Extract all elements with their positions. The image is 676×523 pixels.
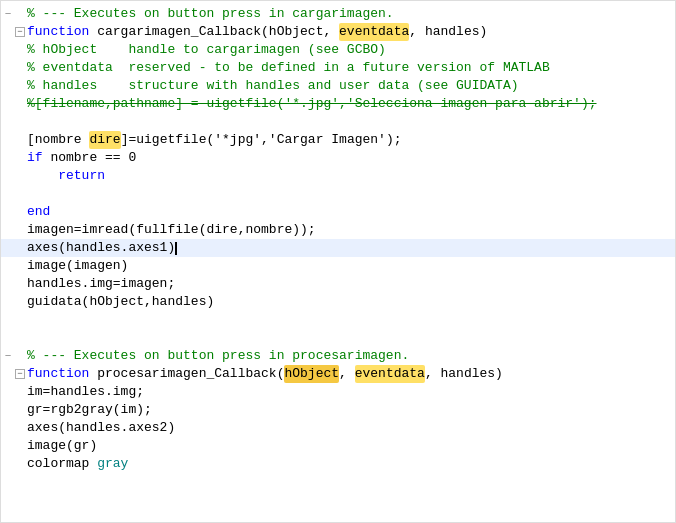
minus-icon-2: −: [5, 347, 12, 365]
line-14-text: axes(handles.axes1): [27, 239, 175, 257]
gutter-1: −: [1, 5, 15, 23]
line-8-post: ]=uigetfile('*jpg','Cargar Imagen');: [121, 131, 402, 149]
dire-hl: dire: [89, 131, 120, 149]
line-9: if nombre == 0: [1, 149, 675, 167]
keyword-end-1: end: [27, 203, 50, 221]
gutter-20: −: [1, 347, 15, 365]
line-17-text: guidata(hObject,handles): [27, 293, 214, 311]
text-cursor: [175, 242, 177, 255]
line-8: [nombre dire]=uigetfile('*jpg','Cargar I…: [1, 131, 675, 149]
line-13: imagen=imread(fullfile(dire,nombre));: [1, 221, 675, 239]
line-19: [1, 329, 675, 347]
line-18: [1, 311, 675, 329]
line-6-text: %[filename,pathname] = uigetfile('*.jpg'…: [27, 95, 597, 113]
line-5-text: % handles structure with handles and use…: [27, 77, 518, 95]
line-21-rest: , handles): [425, 365, 503, 383]
line-4-text: % eventdata reserved - to be defined in …: [27, 59, 550, 77]
line-16: handles.img=imagen;: [1, 275, 675, 293]
line-21: − function procesarimagen_Callback(hObje…: [1, 365, 675, 383]
line-12: end: [1, 203, 675, 221]
line-22: im=handles.img;: [1, 383, 675, 401]
line-15: image(imagen): [1, 257, 675, 275]
collapse-btn-2[interactable]: −: [15, 27, 25, 37]
keyword-if: if: [27, 149, 43, 167]
keyword-return: return: [58, 167, 105, 185]
code-area: − % --- Executes on button press in carg…: [1, 1, 675, 477]
line-4: % eventdata reserved - to be defined in …: [1, 59, 675, 77]
line-3: % hObject handle to cargarimagen (see GC…: [1, 41, 675, 59]
line-10: return: [1, 167, 675, 185]
line-25-text: image(gr): [27, 437, 97, 455]
line-6: %[filename,pathname] = uigetfile('*.jpg'…: [1, 95, 675, 113]
line-20: − % --- Executes on button press in proc…: [1, 347, 675, 365]
line-14: axes(handles.axes1): [1, 239, 675, 257]
line-17: guidata(hObject,handles): [1, 293, 675, 311]
line-13-text: imagen=imread(fullfile(dire,nombre));: [27, 221, 316, 239]
line-21-comma: ,: [339, 365, 355, 383]
keyword-function-2: function: [27, 365, 97, 383]
line-16-text: handles.img=imagen;: [27, 275, 175, 293]
line-8-pre: [nombre: [27, 131, 89, 149]
line-15-text: image(imagen): [27, 257, 128, 275]
line-25: image(gr): [1, 437, 675, 455]
line-26: colormap gray: [1, 455, 675, 473]
line-7: [1, 113, 675, 131]
line-21-name: procesarimagen_Callback(: [97, 365, 284, 383]
line-23-text: gr=rgb2gray(im);: [27, 401, 152, 419]
line-20-text: % --- Executes on button press in proces…: [27, 347, 409, 365]
line-11: [1, 185, 675, 203]
hobject-hl: hObject: [284, 365, 339, 383]
collapse-btn-21[interactable]: −: [15, 369, 25, 379]
keyword-function-1: function: [27, 23, 97, 41]
line-3-text: % hObject handle to cargarimagen (see GC…: [27, 41, 386, 59]
line-22-text: im=handles.img;: [27, 383, 144, 401]
code-editor[interactable]: − % --- Executes on button press in carg…: [0, 0, 676, 523]
minus-icon: −: [5, 5, 12, 23]
line-1: − % --- Executes on button press in carg…: [1, 5, 675, 23]
line-2-name: cargarimagen_Callback(hObject,: [97, 23, 339, 41]
line-2: − function cargarimagen_Callback(hObject…: [1, 23, 675, 41]
line-2-rest: , handles): [409, 23, 487, 41]
eventdata-hl-1: eventdata: [339, 23, 409, 41]
line-26-pre: colormap: [27, 455, 97, 473]
line-23: gr=rgb2gray(im);: [1, 401, 675, 419]
line-1-text: % --- Executes on button press in cargar…: [27, 5, 394, 23]
line-5: % handles structure with handles and use…: [1, 77, 675, 95]
line-9-text: nombre == 0: [43, 149, 137, 167]
line-24: axes(handles.axes2): [1, 419, 675, 437]
line-10-indent: [27, 167, 58, 185]
line-24-text: axes(handles.axes2): [27, 419, 175, 437]
keyword-gray: gray: [97, 455, 128, 473]
eventdata-hl-2: eventdata: [355, 365, 425, 383]
